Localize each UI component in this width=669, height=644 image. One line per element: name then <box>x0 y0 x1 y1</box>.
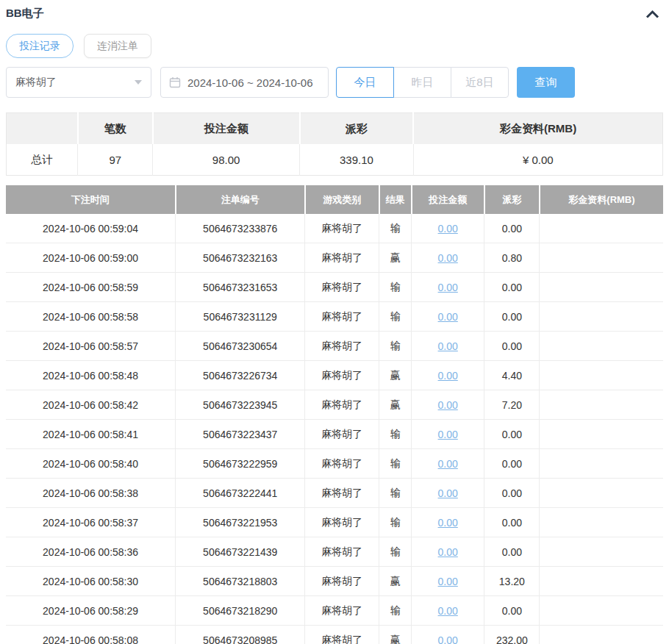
tab-cancelled-orders[interactable]: 连消注单 <box>84 34 151 58</box>
record-cell: 麻将胡了 <box>305 537 379 567</box>
record-row: 2024-10-06 00:58:425064673223945麻将胡了赢0.0… <box>6 390 663 420</box>
bet-amount-link[interactable]: 0.00 <box>438 370 458 382</box>
summary-header-cell: 派彩 <box>300 113 413 145</box>
records-header-cell: 派彩 <box>484 185 540 214</box>
bet-amount-link[interactable]: 0.00 <box>438 487 458 499</box>
record-cell: 0.00 <box>484 273 540 302</box>
chevron-up-icon <box>645 9 660 19</box>
record-cell: 0.00 <box>412 537 484 567</box>
date-range-picker[interactable]: 2024-10-06 ~ 2024-10-06 <box>160 67 329 98</box>
record-cell: 2024-10-06 00:58:30 <box>6 567 176 596</box>
date-range-value: 2024-10-06 ~ 2024-10-06 <box>187 76 313 89</box>
bet-amount-link[interactable]: 0.00 <box>438 311 458 323</box>
record-cell: 2024-10-06 00:58:38 <box>6 479 176 508</box>
record-cell: 输 <box>379 449 412 479</box>
quick-date-buttons: 今日 昨日 近8日 <box>336 67 509 98</box>
record-row: 2024-10-06 00:58:385064673222441麻将胡了输0.0… <box>6 479 663 508</box>
record-cell <box>540 243 663 273</box>
calendar-icon <box>169 76 181 88</box>
last-8-days-button[interactable]: 近8日 <box>451 67 509 98</box>
records-header-cell: 游戏类别 <box>305 185 379 214</box>
record-cell: 麻将胡了 <box>305 626 379 644</box>
record-cell: 0.00 <box>412 332 484 361</box>
query-button[interactable]: 查询 <box>517 67 575 98</box>
record-row: 2024-10-06 00:58:585064673231129麻将胡了输0.0… <box>6 302 663 332</box>
bet-amount-link[interactable]: 0.00 <box>438 282 458 293</box>
bet-amount-link[interactable]: 0.00 <box>438 458 458 470</box>
record-cell: 0.80 <box>484 243 540 273</box>
record-row: 2024-10-06 00:58:415064673223437麻将胡了输0.0… <box>6 420 663 449</box>
record-cell: 0.00 <box>412 567 484 596</box>
summary-total-cell: ¥ 0.00 <box>413 144 662 176</box>
bet-amount-link[interactable]: 0.00 <box>438 517 458 529</box>
record-cell: 0.00 <box>484 449 540 479</box>
record-cell: 5064673222959 <box>176 449 305 479</box>
record-cell: 0.00 <box>412 243 484 273</box>
game-select-value: 麻将胡了 <box>15 76 57 89</box>
record-cell: 赢 <box>379 390 412 420</box>
bet-amount-link[interactable]: 0.00 <box>438 634 458 644</box>
record-cell: 输 <box>379 596 412 626</box>
summary-table: 笔数投注金额派彩彩金资料(RMB) 总计9798.00339.10¥ 0.00 <box>6 112 663 176</box>
record-cell: 0.00 <box>484 302 540 332</box>
record-cell: 5064673230654 <box>176 332 305 361</box>
record-cell: 2024-10-06 00:58:36 <box>6 537 176 567</box>
record-cell: 2024-10-06 00:58:57 <box>6 332 176 361</box>
today-button[interactable]: 今日 <box>336 67 394 98</box>
records-header-cell: 投注金额 <box>412 185 484 214</box>
record-cell <box>540 596 663 626</box>
record-row: 2024-10-06 00:58:305064673218803麻将胡了赢0.0… <box>6 567 663 596</box>
record-cell: 麻将胡了 <box>305 302 379 332</box>
record-cell: 5064673223945 <box>176 390 305 420</box>
record-cell: 0.00 <box>412 302 484 332</box>
record-cell <box>540 508 663 537</box>
record-cell <box>540 332 663 361</box>
record-cell: 0.00 <box>412 273 484 302</box>
record-cell: 232.00 <box>484 626 540 644</box>
record-cell <box>540 390 663 420</box>
record-cell: 麻将胡了 <box>305 361 379 390</box>
record-cell <box>540 479 663 508</box>
summary-header-cell: 笔数 <box>78 113 153 145</box>
records-header-cell: 下注时间 <box>6 185 176 214</box>
bet-amount-link[interactable]: 0.00 <box>438 340 458 352</box>
summary-header-row: 笔数投注金额派彩彩金资料(RMB) <box>7 113 663 145</box>
record-cell: 麻将胡了 <box>305 420 379 449</box>
record-cell <box>540 626 663 644</box>
record-cell: 输 <box>379 214 412 243</box>
bet-amount-link[interactable]: 0.00 <box>438 223 458 235</box>
record-cell: 5064673218803 <box>176 567 305 596</box>
record-cell: 4.40 <box>484 361 540 390</box>
record-cell: 赢 <box>379 567 412 596</box>
bet-amount-link[interactable]: 0.00 <box>438 399 458 411</box>
bet-amount-link[interactable]: 0.00 <box>438 576 458 587</box>
record-cell: 5064673221439 <box>176 537 305 567</box>
game-select[interactable]: 麻将胡了 <box>6 67 151 98</box>
bet-amount-link[interactable]: 0.00 <box>438 429 458 440</box>
record-cell: 2024-10-06 00:58:08 <box>6 626 176 644</box>
record-cell: 2024-10-06 00:58:58 <box>6 302 176 332</box>
record-cell: 0.00 <box>484 596 540 626</box>
record-cell: 5064673208985 <box>176 626 305 644</box>
record-cell: 麻将胡了 <box>305 508 379 537</box>
bet-amount-link[interactable]: 0.00 <box>438 605 458 617</box>
records-body: 2024-10-06 00:59:045064673233876麻将胡了输0.0… <box>6 214 663 644</box>
record-cell: 5064673226734 <box>176 361 305 390</box>
record-cell: 输 <box>379 273 412 302</box>
summary-header-cell <box>7 113 78 145</box>
record-cell: 13.20 <box>484 567 540 596</box>
record-cell: 2024-10-06 00:59:00 <box>6 243 176 273</box>
record-row: 2024-10-06 00:58:405064673222959麻将胡了输0.0… <box>6 449 663 479</box>
record-cell: 2024-10-06 00:58:48 <box>6 361 176 390</box>
filter-bar: 麻将胡了 2024-10-06 ~ 2024-10-06 今日 昨日 近8日 查… <box>6 67 663 98</box>
bet-amount-link[interactable]: 0.00 <box>438 546 458 558</box>
yesterday-button[interactable]: 昨日 <box>393 67 451 98</box>
tab-bet-records[interactable]: 投注记录 <box>6 34 74 58</box>
collapse-panel-button[interactable] <box>642 7 663 21</box>
record-cell: 麻将胡了 <box>305 332 379 361</box>
record-cell: 麻将胡了 <box>305 567 379 596</box>
record-cell: 赢 <box>379 361 412 390</box>
record-cell: 2024-10-06 00:58:29 <box>6 596 176 626</box>
bet-amount-link[interactable]: 0.00 <box>438 252 458 264</box>
record-cell: 0.00 <box>412 479 484 508</box>
